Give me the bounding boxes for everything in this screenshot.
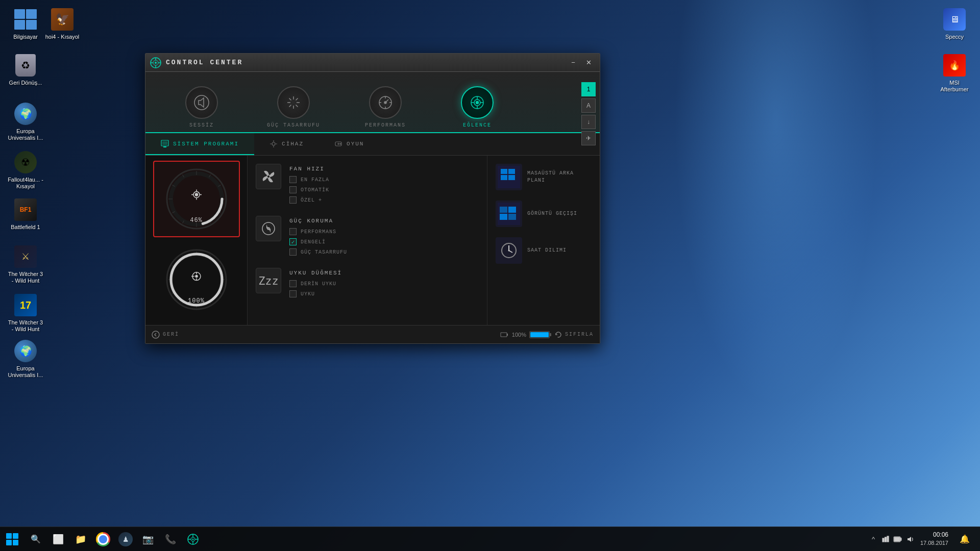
msi-taskbar-icon [187,533,199,545]
svg-rect-89 [508,207,516,213]
guc-performans[interactable]: PERFORMANS [289,228,347,235]
reset-icon [554,331,562,339]
taskbar-capture[interactable]: 📷 [137,528,159,550]
uyku[interactable]: UYKU [289,290,342,297]
mode-btn-airplane[interactable]: ✈ [581,131,596,145]
windows-logo [6,533,18,545]
performans-icon-wrapper [368,85,403,120]
reset-button[interactable]: SIFIRLA [554,331,594,339]
guc-tasarrufu-opt-checkbox[interactable] [289,248,297,256]
msi-titlebar: CONTROL CENTER − ✕ [145,54,600,72]
hoi4-label: hoi4 - Kısayol [45,34,80,40]
fan-en-fazla[interactable]: EN FAZLA [289,176,329,183]
close-button[interactable]: ✕ [581,57,596,69]
guc-koruma-options: GÜÇ KORUMA PERFORMANS DENGELİ GÜÇ TAS [289,216,347,256]
desktop-icon-recycle[interactable]: ♻ Geri Dönüş... [5,51,46,88]
desktop-icon-speccy[interactable]: 🖥 Speccy [934,5,975,42]
mode-guc-tasarrufu[interactable]: GÜÇ TASARRUFU [248,81,339,132]
speccy-icon: 🖥 [942,7,967,32]
mode-btn-1[interactable]: 1 [581,82,596,96]
taskbar-msi[interactable] [182,528,204,550]
msi-window-title: CONTROL CENTER [166,59,566,66]
derin-uyku[interactable]: DERİN UYKU [289,280,342,287]
right-goruntu[interactable]: Görüntü Geçişi [494,198,594,229]
file-manager-icon: 📁 [75,534,86,545]
svg-rect-84 [508,169,515,174]
task-view-button[interactable]: ⬜ [47,528,69,550]
dial-1-wrapper[interactable]: 46% [153,161,240,237]
desktop-icon-hoi4[interactable]: 🦅 hoi4 - Kısayol [42,5,83,42]
desktop-icon-europa2[interactable]: 🌍 Europa Universalis I... [5,337,46,381]
search-button[interactable]: 🔍 [24,528,47,550]
fan-hizi-icon [256,164,281,189]
taskbar-steam[interactable]: ♟ [114,528,137,550]
derin-uyku-checkbox[interactable] [289,280,297,287]
svg-line-13 [296,105,298,107]
svg-rect-32 [163,146,166,147]
tray-volume-icon[interactable] [905,534,915,544]
desktop-icon-bilgisayar[interactable]: Bilgisayar [5,5,46,42]
svg-rect-111 [894,537,900,541]
uyku-checkbox[interactable] [289,290,297,297]
back-button[interactable]: GERİ [152,331,179,339]
guc-tasarrufu-opt[interactable]: GÜÇ TASARRUFU [289,248,347,256]
tray-network-icon[interactable] [880,534,891,544]
start-button[interactable] [0,527,24,552]
uyku-dugmesi-icon: Zzz [256,268,281,293]
witcher3-icon: ⚔ [13,244,38,269]
svg-line-14 [296,98,298,101]
dial-2-value: 100% [188,297,205,305]
tray-expand[interactable]: ^ [868,534,878,544]
right-saat[interactable]: Saat Dilimi [494,235,594,266]
task-view-icon: ⬜ [53,534,64,545]
tab-cihaz[interactable]: CİHAZ [254,133,319,155]
witcher3-label: The Witcher 3- Wild Hunt [8,271,43,284]
svg-line-15 [289,105,291,107]
options-panel: FAN HIZI EN FAZLA OTOMATİK ÖZEL + [248,156,487,325]
taskbar-file-manager[interactable]: 📁 [69,528,92,550]
dial-2-wrapper[interactable]: 100% [153,242,240,317]
fan-en-fazla-checkbox[interactable] [289,176,297,183]
fan-otomatik-checkbox[interactable] [289,186,297,193]
tray-notifications[interactable]: 🔔 [953,528,976,550]
taskbar-phone[interactable]: 📞 [159,528,182,550]
fifa17-icon: 17 [13,293,38,317]
fan-en-fazla-label: EN FAZLA [301,177,329,183]
desktop-icon-bf1[interactable]: BF1 Battlefield 1 [5,195,46,233]
mode-btn-a[interactable]: A [581,98,596,113]
guc-performans-checkbox[interactable] [289,228,297,235]
guc-tasarrufu-icon-wrapper [276,85,311,120]
fan-otomatik[interactable]: OTOMATİK [289,186,329,193]
mode-sessiz[interactable]: SESSİZ [156,81,248,132]
desktop-icon-fifa17[interactable]: 17 The Witcher 3 - Wild Hunt [5,291,46,335]
fan-ozel[interactable]: ÖZEL + [289,196,329,204]
uyku-dugmesi-section: Zzz UYKU DÜĞMESİ DERİN UYKU UYKU [256,268,479,297]
taskbar-chrome[interactable] [92,528,114,550]
svg-point-96 [508,250,510,252]
mode-eglence[interactable]: EĞLENCE [431,81,523,132]
tray-battery-icon[interactable] [893,534,903,544]
svg-point-102 [192,538,194,540]
desktop-icon-fallout4[interactable]: ☢ Fallout4lau... - Kısayol [5,148,46,192]
guc-dengeli[interactable]: DENGELİ [289,238,347,245]
svg-rect-88 [500,207,507,213]
performans-icon [369,86,402,119]
guc-tasarrufu-opt-label: GÜÇ TASARRUFU [301,249,347,255]
guc-dengeli-label: DENGELİ [301,239,326,245]
europa2-icon: 🌍 [13,339,38,363]
tab-oyun[interactable]: OYUN [319,133,379,155]
mode-btn-download[interactable]: ↓ [581,115,596,129]
desktop-icon-msiafterburner[interactable]: 🔥 MSI Afterburner [934,51,975,95]
desktop-icon-europa1[interactable]: 🌍 Europa Universalis I... [5,99,46,143]
guc-dengeli-checkbox[interactable] [289,238,297,245]
tab-sistem-programi[interactable]: SİSTEM PROGRAMI [145,133,254,155]
fan-hizi-label: FAN HIZI [289,164,329,172]
volume-icon [906,535,914,543]
tray-clock[interactable]: 00:06 17.08.2017 [917,531,951,547]
fan-ozel-checkbox[interactable] [289,196,297,204]
mode-performans[interactable]: PERFORMANS [339,81,431,132]
chrome-icon [96,532,110,546]
minimize-button[interactable]: − [566,57,580,69]
desktop-icon-witcher3[interactable]: ⚔ The Witcher 3- Wild Hunt [5,242,46,286]
right-masaustu[interactable]: Masaüstü Arka Planı [494,162,594,192]
